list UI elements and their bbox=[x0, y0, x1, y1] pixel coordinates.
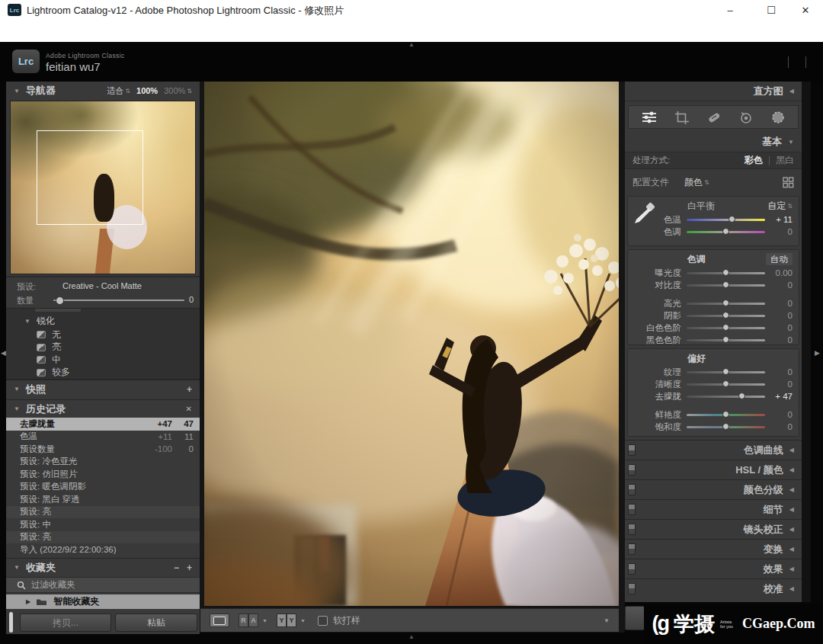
after-view-button[interactable]: Y bbox=[287, 614, 296, 627]
amount-slider-thumb[interactable] bbox=[56, 296, 64, 305]
panel-header[interactable]: 色调曲线 ◀ bbox=[625, 440, 802, 460]
slider-thumb[interactable] bbox=[722, 336, 729, 343]
panel-header[interactable]: 校准 ◀ bbox=[625, 578, 802, 598]
basic-panel-header[interactable]: 基本 ▼ bbox=[625, 132, 802, 152]
panel-header[interactable]: 效果 ◀ bbox=[625, 559, 802, 578]
panel-toggle-switch[interactable] bbox=[628, 583, 636, 594]
add-collection-button[interactable]: + bbox=[187, 562, 192, 573]
history-step[interactable]: 色温 +11 11 bbox=[6, 431, 200, 444]
slider-thumb[interactable] bbox=[722, 228, 729, 235]
before-after-buttons[interactable]: Y Y bbox=[277, 614, 296, 627]
slider-value[interactable]: 0 bbox=[765, 299, 793, 308]
photo-canvas[interactable] bbox=[204, 82, 619, 606]
treatment-color-option[interactable]: 彩色 bbox=[745, 154, 763, 167]
history-step[interactable]: 预设: 黑白 穿透 bbox=[6, 493, 200, 506]
panel-header[interactable]: 变换 ◀ bbox=[625, 539, 802, 559]
collections-filter[interactable]: 过滤收藏夹 bbox=[6, 577, 200, 593]
history-step[interactable]: 去朦胧量 +47 47 bbox=[6, 418, 200, 431]
white-balance-eyedropper-icon[interactable] bbox=[632, 201, 656, 227]
slider-thumb[interactable] bbox=[722, 269, 729, 276]
history-step[interactable]: 导入 (2022/9/2 22:00:36) bbox=[6, 543, 200, 556]
white-balance-preset[interactable]: 自定 bbox=[767, 200, 786, 213]
slider-value[interactable]: + 47 bbox=[765, 392, 793, 401]
toolbar-options-icon[interactable]: ▼ bbox=[604, 617, 610, 624]
panel-toggle-switch[interactable] bbox=[628, 563, 636, 575]
histogram-header[interactable]: 直方图 ◀ bbox=[625, 82, 802, 101]
slider-value[interactable]: 0 bbox=[765, 380, 793, 389]
top-panel-grip[interactable]: ▲ bbox=[402, 41, 421, 48]
panel-toggle-switch[interactable] bbox=[628, 504, 636, 515]
edit-sliders-tool-icon[interactable] bbox=[641, 111, 658, 124]
collapse-right-panel-icon[interactable]: ▶ bbox=[815, 349, 820, 357]
slider-thumb[interactable] bbox=[722, 411, 729, 418]
paste-button[interactable]: 粘贴 bbox=[115, 614, 197, 632]
slider-track[interactable] bbox=[687, 231, 765, 233]
copy-button[interactable]: 拷贝... bbox=[20, 614, 111, 632]
slider-track[interactable] bbox=[687, 272, 765, 274]
preset-item[interactable]: 无 bbox=[6, 328, 200, 341]
panel-header[interactable]: 细节 ◀ bbox=[625, 499, 802, 519]
slider-value[interactable]: 0 bbox=[765, 227, 793, 236]
slider-value[interactable]: 0 bbox=[765, 367, 793, 376]
filmstrip-grip[interactable]: ▲ bbox=[399, 633, 424, 640]
spinner-icon[interactable]: ⇅ bbox=[787, 203, 793, 210]
active-view-button[interactable]: A bbox=[248, 614, 258, 627]
profile-browser-icon[interactable] bbox=[783, 177, 794, 188]
collapse-left-panel-icon[interactable]: ◀ bbox=[1, 349, 6, 357]
before-view-button[interactable]: Y bbox=[277, 614, 287, 627]
compare-view-buttons[interactable]: R A bbox=[239, 614, 258, 627]
panel-toggle-switch[interactable] bbox=[628, 484, 636, 495]
slider-thumb[interactable] bbox=[722, 324, 729, 331]
panel-toggle-switch[interactable] bbox=[628, 464, 636, 476]
amount-slider[interactable] bbox=[53, 300, 184, 301]
spinner-icon[interactable]: ⇅ bbox=[704, 179, 709, 186]
slider-thumb[interactable] bbox=[722, 312, 729, 319]
slider-track[interactable] bbox=[687, 339, 765, 341]
slider-track[interactable] bbox=[687, 303, 765, 305]
panel-toggle-switch[interactable] bbox=[628, 543, 636, 555]
navigator-zoom-rect[interactable] bbox=[37, 130, 143, 225]
zoom-100[interactable]: 100% bbox=[136, 86, 158, 95]
module-tab[interactable] bbox=[780, 56, 797, 69]
slider-track[interactable] bbox=[687, 383, 765, 386]
history-step[interactable]: 预设: 暖色调阴影 bbox=[6, 481, 200, 494]
add-snapshot-button[interactable]: + bbox=[187, 384, 192, 395]
slider-value[interactable]: 0 bbox=[765, 410, 793, 419]
slider-track[interactable] bbox=[687, 327, 765, 329]
slider-track[interactable] bbox=[687, 315, 765, 317]
panel-toggle-switch[interactable] bbox=[628, 444, 636, 456]
zoom-300[interactable]: 300% bbox=[164, 86, 185, 95]
zoom-fit[interactable]: 适合 bbox=[107, 85, 123, 97]
before-after-dropdown-icon[interactable]: ▼ bbox=[300, 618, 306, 623]
spinner-icon[interactable]: ⇅ bbox=[187, 88, 192, 95]
slider-track[interactable] bbox=[687, 284, 765, 287]
healing-tool-icon[interactable] bbox=[706, 111, 722, 124]
history-header[interactable]: ▼ 历史记录 ✕ bbox=[6, 399, 200, 418]
navigator-preview[interactable] bbox=[10, 101, 196, 274]
reference-view-button[interactable]: R bbox=[239, 614, 248, 627]
remove-collection-button[interactable]: − bbox=[174, 562, 179, 573]
slider-value[interactable]: + 11 bbox=[765, 215, 793, 224]
slider-thumb[interactable] bbox=[722, 380, 729, 387]
panel-header[interactable]: HSL / 颜色 ◀ bbox=[625, 460, 802, 479]
history-step[interactable]: 预设: 亮 bbox=[6, 506, 200, 519]
slider-value[interactable]: 0 bbox=[765, 311, 793, 320]
panel-header[interactable]: 颜色分级 ◀ bbox=[625, 479, 802, 499]
slider-thumb[interactable] bbox=[722, 300, 729, 306]
collections-header[interactable]: ▼ 收藏夹 − + bbox=[6, 558, 200, 576]
minimize-button[interactable]: – bbox=[713, 0, 748, 21]
slider-track[interactable] bbox=[687, 219, 765, 221]
maximize-button[interactable]: ☐ bbox=[754, 0, 789, 21]
slider-value[interactable]: 0 bbox=[765, 323, 793, 332]
history-step[interactable]: 预设: 冷色亚光 bbox=[6, 456, 200, 469]
module-tab[interactable] bbox=[797, 56, 815, 69]
close-button[interactable]: ✕ bbox=[788, 0, 823, 21]
auto-tone-button[interactable]: 自动 bbox=[766, 253, 793, 265]
panel-header[interactable]: 镜头校正 ◀ bbox=[625, 519, 802, 539]
panel-toggle-switch[interactable] bbox=[628, 524, 636, 535]
soft-proof-checkbox[interactable] bbox=[318, 616, 328, 626]
loupe-view-button[interactable] bbox=[210, 614, 229, 627]
slider-value[interactable]: 0 bbox=[765, 335, 793, 344]
slider-value[interactable]: 0.00 bbox=[765, 268, 793, 277]
profile-value[interactable]: 颜色 bbox=[684, 176, 703, 189]
